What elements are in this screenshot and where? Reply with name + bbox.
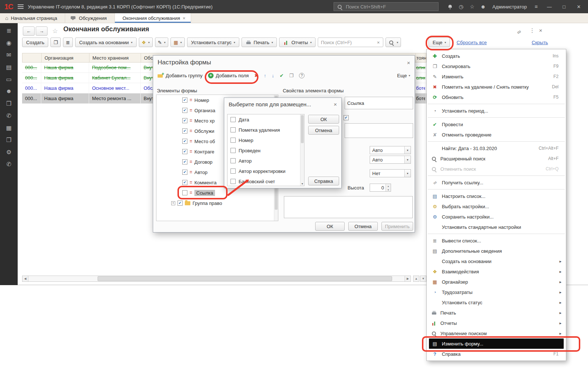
item-checkbox[interactable]: [230, 179, 236, 184]
service-menu-icon[interactable]: ≡: [533, 3, 539, 10]
item-checkbox[interactable]: ✔: [182, 118, 187, 123]
edit-doc-button[interactable]: ✎▾: [155, 38, 169, 47]
chat2-icon[interactable]: ✉: [5, 51, 13, 58]
dialog-ok-button[interactable]: ОК: [315, 222, 345, 231]
menu-item[interactable]: ◔ Трудозатраты ▸: [427, 287, 566, 297]
notifications-icon[interactable]: [447, 4, 453, 10]
horizontal-scrollbar[interactable]: ◀ ▶: [22, 276, 411, 282]
phone-icon[interactable]: ✆: [5, 160, 13, 168]
property-link-field[interactable]: Ссылка: [345, 97, 413, 109]
property-text-field[interactable]: [345, 123, 413, 138]
set-status-button[interactable]: Установить статус▾: [187, 38, 239, 47]
scroll-thumb[interactable]: [98, 276, 392, 281]
support-users-icon[interactable]: ☻: [480, 3, 486, 10]
back-button[interactable]: ←: [23, 26, 35, 36]
field-option[interactable]: Проведен: [228, 145, 304, 156]
menu-item[interactable]: [427, 102, 566, 106]
menu-item[interactable]: ▤ Настроить список...: [427, 191, 566, 201]
menu-item[interactable]: [427, 174, 566, 177]
scroll-down-icon[interactable]: ▼: [300, 181, 304, 186]
item-checkbox[interactable]: ✔: [182, 128, 187, 134]
menu-item[interactable]: ✎ Изменить F2: [427, 71, 566, 82]
dialog-close-icon[interactable]: ×: [330, 101, 337, 107]
item-checkbox[interactable]: [230, 117, 236, 122]
property-combo-3[interactable]: Нет▾: [370, 169, 411, 177]
menu-item[interactable]: ▦ Органайзер ▸: [427, 277, 566, 287]
help-icon[interactable]: [299, 73, 304, 78]
menu-item[interactable]: ▤ Дополнительные сведения: [427, 246, 566, 256]
menu-item[interactable]: ⟳ Обновить F5: [427, 92, 566, 102]
menu-item[interactable]: ⚙ Сохранить настройки...: [427, 212, 566, 222]
main-menu-icon[interactable]: [18, 4, 24, 9]
clear-search-icon[interactable]: ×: [376, 40, 381, 45]
scroll-left-icon[interactable]: ◀: [22, 276, 28, 282]
users-icon[interactable]: ☻: [5, 88, 13, 95]
property-combo-1[interactable]: Авто▾: [370, 146, 411, 154]
field-option[interactable]: Дата: [228, 114, 304, 125]
menu-item[interactable]: Найти: Дата - 31.03.2020 Ctrl+Alt+F: [427, 143, 566, 153]
tab[interactable]: ⌂ Начальная страница: [0, 13, 65, 23]
menu-item[interactable]: Расширенный поиск Alt+F: [427, 153, 566, 164]
copy-item-button[interactable]: ❐: [50, 38, 61, 47]
grid-button[interactable]: ▦▾: [170, 38, 184, 47]
item-checkbox[interactable]: [230, 158, 236, 163]
menu-item[interactable]: Печать ▸: [427, 308, 566, 318]
reset-all-link[interactable]: Сбросить все: [457, 40, 487, 45]
menu-item[interactable]: Установить статус ▸: [427, 297, 566, 308]
menu-item[interactable]: ∞ Получить ссылку...: [427, 177, 566, 188]
property-checkbox[interactable]: ✔: [344, 115, 349, 120]
menu-item[interactable]: ⚙ Выбрать настройки...: [427, 201, 566, 212]
menu-item[interactable]: Отменить поиск Ctrl+Q: [427, 164, 566, 174]
field-option[interactable]: Номер: [228, 135, 304, 145]
fields-list[interactable]: Дата Пометка удаления Номер Пров: [227, 114, 304, 186]
maximize-button[interactable]: □: [559, 4, 569, 10]
menu-item[interactable]: [427, 232, 566, 235]
list-icon[interactable]: ≣: [5, 27, 13, 34]
column-header-number[interactable]: [22, 53, 42, 62]
expander-icon[interactable]: +: [171, 201, 175, 205]
menu-item[interactable]: Создать на основании ▸: [427, 256, 566, 266]
favorites-icon[interactable]: ☆: [469, 3, 475, 10]
menu-item[interactable]: [427, 188, 566, 191]
property-combo-2[interactable]: Авто▾: [370, 156, 411, 164]
item-checkbox[interactable]: [230, 148, 236, 153]
fields-ok-button[interactable]: ОК: [308, 115, 339, 124]
item-checkbox[interactable]: ✔: [182, 139, 187, 144]
dialog-apply-button[interactable]: Применить: [381, 222, 413, 231]
move-up-icon[interactable]: ↑: [264, 73, 267, 78]
favorite-star-icon[interactable]: ☆: [52, 27, 58, 35]
current-user[interactable]: Администратор: [492, 4, 527, 10]
add-fields-button[interactable]: Добавить поля: [208, 73, 249, 78]
reports-button[interactable]: Отчеты▾: [279, 38, 316, 47]
scroll-right-icon[interactable]: ▶: [405, 276, 411, 282]
hide-link[interactable]: Скрыть: [532, 40, 548, 45]
item-checkbox[interactable]: ✔: [182, 149, 187, 154]
menu-item[interactable]: ✔ Провести: [427, 119, 566, 129]
spin-up-icon[interactable]: ▴: [386, 184, 391, 188]
menu-item[interactable]: Отчеты ▸: [427, 318, 566, 328]
fields-cancel-button[interactable]: Отмена: [308, 126, 339, 135]
scroll-track[interactable]: [28, 276, 405, 282]
tree-item[interactable]: + ✔ Группа право: [156, 198, 278, 208]
fields-help-button[interactable]: Справка: [308, 177, 339, 185]
print-button[interactable]: Печать▾: [242, 38, 277, 47]
menu-item[interactable]: ? Справка F1: [427, 349, 566, 359]
forward-button[interactable]: →: [36, 26, 47, 36]
mail-icon[interactable]: ✆: [5, 112, 13, 119]
menu-item[interactable]: ◔ Установить период...: [427, 106, 566, 116]
go-bottom-button[interactable]: ▼: [420, 276, 426, 282]
create-button[interactable]: Создать: [22, 38, 48, 47]
form-close-icon[interactable]: ×: [539, 27, 542, 33]
item-checkbox[interactable]: ✔: [177, 201, 183, 206]
list-search-input[interactable]: Поиск (Ctrl+F) ×: [318, 38, 383, 47]
item-checkbox[interactable]: [230, 127, 236, 132]
dialog-cancel-button[interactable]: Отмена: [348, 222, 378, 231]
menu-item[interactable]: Установить стандартные настройки: [427, 222, 566, 232]
property-description-field[interactable]: [284, 196, 413, 218]
menu-item[interactable]: [427, 140, 566, 143]
field-option[interactable]: Банковский счет: [228, 176, 304, 186]
item-checkbox[interactable]: ✔: [182, 108, 187, 113]
field-option[interactable]: Пометка удаления: [228, 125, 304, 135]
tab[interactable]: Окончания обслуживания ×: [115, 13, 191, 23]
add-group-button[interactable]: Добавить группу: [158, 73, 203, 78]
